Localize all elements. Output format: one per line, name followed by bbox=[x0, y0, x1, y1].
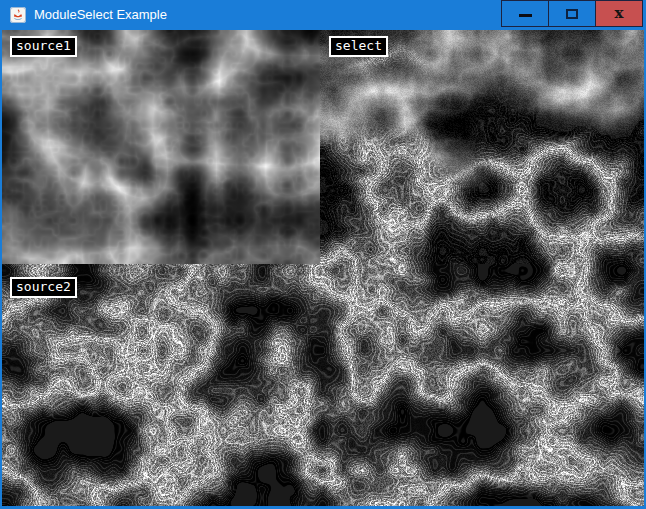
window-controls: x bbox=[501, 0, 643, 27]
minimize-button[interactable] bbox=[501, 0, 549, 27]
label-source1: source1 bbox=[10, 36, 77, 57]
minimize-icon bbox=[519, 14, 532, 17]
maximize-icon bbox=[566, 9, 578, 19]
noise-canvas bbox=[2, 30, 644, 506]
render-area: source1 select source2 bbox=[2, 30, 644, 506]
title-bar[interactable]: ModuleSelect Example x bbox=[0, 0, 646, 30]
app-window: ModuleSelect Example x source1 select so… bbox=[0, 0, 646, 509]
java-coffee-cup-icon bbox=[10, 7, 26, 23]
close-button[interactable]: x bbox=[595, 0, 643, 27]
label-source2: source2 bbox=[10, 277, 77, 298]
close-icon: x bbox=[615, 6, 624, 21]
label-select: select bbox=[329, 36, 388, 57]
maximize-button[interactable] bbox=[548, 0, 596, 27]
window-title: ModuleSelect Example bbox=[34, 0, 167, 30]
